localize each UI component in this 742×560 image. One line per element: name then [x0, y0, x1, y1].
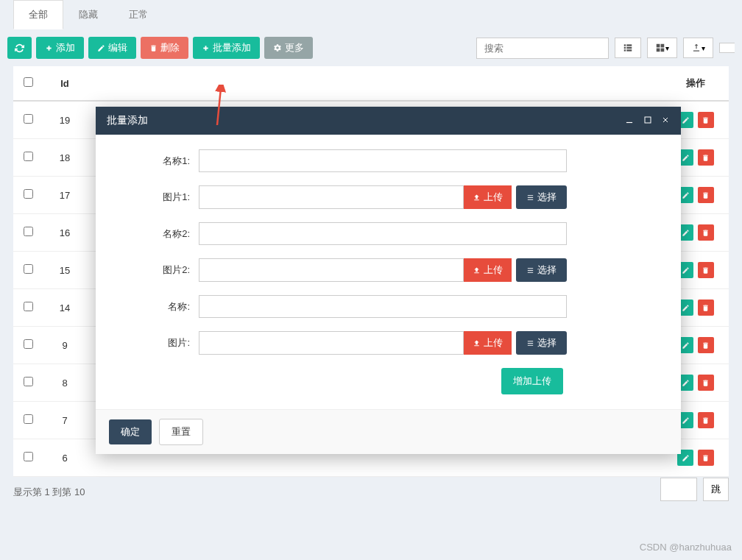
toolbar: 添加 编辑 删除 批量添加 更多: [0, 29, 742, 66]
more-button[interactable]: 更多: [264, 37, 313, 59]
row-checkbox[interactable]: [24, 414, 33, 424]
row-delete-button[interactable]: [698, 224, 714, 241]
select-all-checkbox[interactable]: [24, 77, 33, 87]
export-icon: [691, 43, 702, 53]
upload-button[interactable]: 上传: [464, 331, 512, 355]
row-delete-button[interactable]: [698, 187, 714, 203]
svg-rect-9: [626, 49, 632, 51]
trash-icon: [702, 341, 710, 350]
pencil-icon: [682, 417, 690, 425]
tab-all[interactable]: 全部: [13, 0, 63, 29]
form-row: 名称:: [125, 295, 651, 318]
add-upload-button[interactable]: 增加上传: [501, 368, 563, 394]
refresh-icon: [15, 43, 24, 53]
svg-rect-12: [657, 49, 660, 52]
row-checkbox[interactable]: [24, 339, 33, 349]
batch-add-button[interactable]: 批量添加: [193, 37, 260, 59]
name-input-2[interactable]: [199, 222, 567, 245]
svg-rect-11: [661, 44, 665, 48]
pencil-icon: [682, 191, 690, 199]
search-input[interactable]: [476, 38, 609, 59]
row-checkbox[interactable]: [24, 114, 33, 124]
svg-rect-7: [626, 44, 632, 46]
select-button[interactable]: 选择: [516, 258, 567, 282]
name-input-0[interactable]: [199, 149, 567, 172]
export-button[interactable]: [683, 38, 713, 58]
row-delete-button[interactable]: [698, 412, 714, 428]
form-label: 名称:: [125, 300, 199, 313]
name-input-4[interactable]: [199, 295, 567, 318]
row-delete-button[interactable]: [698, 112, 714, 128]
row-checkbox[interactable]: [24, 152, 33, 161]
edit-button-label: 编辑: [108, 41, 127, 54]
row-checkbox[interactable]: [24, 452, 33, 461]
form-label: 图片2:: [125, 263, 199, 277]
extra-button[interactable]: [719, 43, 735, 53]
page-jump-button[interactable]: 跳: [703, 478, 729, 501]
columns-button[interactable]: [615, 38, 641, 58]
select-button[interactable]: 选择: [516, 331, 567, 355]
tab-hidden[interactable]: 隐藏: [63, 0, 113, 29]
reset-button[interactable]: 重置: [159, 419, 203, 445]
row-delete-button[interactable]: [698, 149, 714, 166]
row-checkbox[interactable]: [24, 189, 33, 199]
image-input-5[interactable]: [199, 331, 464, 355]
delete-button-label: 删除: [160, 41, 180, 54]
row-checkbox[interactable]: [24, 302, 33, 311]
header-operation: 操作: [662, 66, 729, 101]
add-button[interactable]: 添加: [36, 37, 84, 59]
svg-rect-10: [657, 44, 660, 48]
svg-rect-8: [626, 47, 632, 49]
row-delete-button[interactable]: [698, 375, 714, 391]
upload-icon: [473, 266, 481, 274]
pencil-icon: [682, 266, 690, 274]
row-id: 14: [43, 289, 87, 327]
row-delete-button[interactable]: [698, 337, 714, 353]
form-row: 图片: 上传 选择: [125, 331, 651, 355]
row-checkbox[interactable]: [24, 227, 33, 236]
svg-rect-4: [624, 44, 626, 46]
refresh-button[interactable]: [7, 37, 32, 59]
row-id: 8: [43, 364, 87, 402]
select-button[interactable]: 选择: [516, 185, 567, 209]
form-row: 名称1:: [125, 149, 651, 172]
upload-button[interactable]: 上传: [464, 258, 512, 282]
delete-button[interactable]: 删除: [141, 37, 188, 59]
row-id: 17: [43, 177, 87, 214]
view-toggle-button[interactable]: [647, 38, 677, 58]
row-checkbox[interactable]: [24, 264, 33, 274]
row-delete-button[interactable]: [698, 262, 714, 278]
upload-button[interactable]: 上传: [464, 185, 512, 209]
form-row: 图片1: 上传 选择: [125, 185, 651, 209]
list-icon: [526, 194, 534, 202]
row-delete-button[interactable]: [698, 450, 714, 466]
row-checkbox[interactable]: [24, 377, 33, 386]
image-input-3[interactable]: [199, 258, 464, 282]
page-jump-input[interactable]: [660, 478, 697, 501]
edit-button[interactable]: 编辑: [88, 37, 136, 59]
image-input-1[interactable]: [199, 185, 464, 209]
tab-normal[interactable]: 正常: [113, 0, 163, 29]
pagination-info: 显示第 1 到第 10: [13, 486, 729, 499]
header-id[interactable]: Id: [43, 66, 87, 101]
watermark: CSDN @hanzhuhuaa: [640, 542, 732, 553]
svg-rect-15: [645, 117, 651, 123]
modal-header[interactable]: 批量添加: [96, 107, 681, 135]
form-row: 名称2:: [125, 222, 651, 245]
upload-icon: [473, 339, 481, 347]
pencil-icon: [682, 154, 690, 162]
trash-icon: [702, 154, 710, 162]
pencil-icon: [682, 304, 690, 312]
form-label: 名称1:: [125, 155, 199, 168]
gear-icon: [273, 43, 282, 52]
svg-rect-5: [624, 47, 626, 49]
trash-icon: [702, 266, 710, 274]
maximize-icon[interactable]: [643, 115, 652, 127]
list-icon: [526, 266, 534, 274]
confirm-button[interactable]: 确定: [109, 419, 152, 444]
row-delete-button[interactable]: [698, 300, 714, 316]
trash-icon: [702, 454, 710, 462]
minimize-icon[interactable]: [624, 115, 635, 127]
close-icon[interactable]: [661, 115, 670, 127]
row-id: 16: [43, 214, 87, 252]
